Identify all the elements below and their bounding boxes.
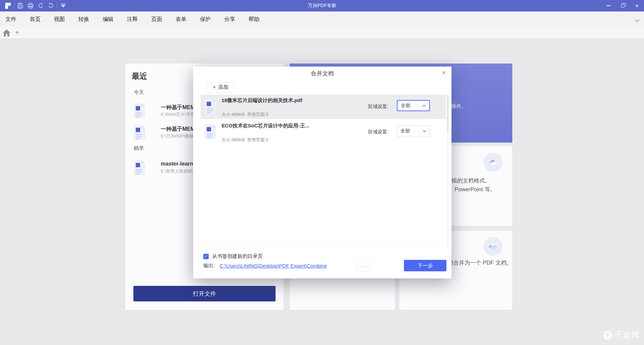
- dialog-title: 合并文档: [193, 70, 452, 77]
- range-select-value: 全部: [401, 128, 410, 134]
- print-icon[interactable]: [25, 1, 35, 10]
- toolbar-dropdown-icon[interactable]: [58, 1, 68, 10]
- app-window: 万兴PDF专家 ✕ 文件 首页 视图 转换 编辑 注释 页面 表单 保护 分享 …: [0, 0, 644, 345]
- site-watermark: 千 千篇网: [603, 330, 639, 340]
- menu-convert[interactable]: 转换: [78, 16, 89, 23]
- undo-icon[interactable]: [35, 1, 46, 10]
- recent-file-path: E:\世界人民的机密\: [161, 168, 198, 174]
- merge-file-name: 18微米芯片后端设计的相关技术.pdf: [222, 97, 302, 104]
- watermark-logo-icon: 千: [603, 331, 612, 340]
- card-text-fragment: 档合并为一个 PDF 文档。: [448, 259, 512, 267]
- close-icon: ✕: [442, 70, 446, 76]
- browse-button[interactable]: ...: [356, 260, 370, 271]
- document-icon: [133, 125, 146, 140]
- dialog-close-button[interactable]: ✕: [440, 69, 447, 76]
- merge-file-row[interactable]: ECO技术在SoC芯片设计中的应用-王... 大小:365KB 所有页面:5 区…: [201, 120, 446, 144]
- range-select-value: 全部: [401, 103, 410, 109]
- menu-home[interactable]: 首页: [30, 16, 41, 23]
- menu-form[interactable]: 表单: [176, 16, 186, 23]
- menu-comment[interactable]: 注释: [127, 16, 138, 23]
- tab-bar: +: [0, 27, 644, 39]
- save-icon[interactable]: [15, 1, 25, 10]
- card-text-fragment: PowerPoint 等。: [455, 186, 496, 193]
- toc-checkbox-row[interactable]: ✓ 从书签创建新的目录页: [203, 253, 263, 260]
- menu-file[interactable]: 文件: [5, 16, 16, 23]
- output-path-link[interactable]: C:\Users\LINING\Desktop\PDF Expert\Combi…: [220, 263, 327, 269]
- home-icon: [3, 29, 10, 36]
- minimize-icon: [607, 5, 611, 6]
- open-file-button[interactable]: 打开文件: [133, 286, 276, 301]
- toolbar-separator: [57, 3, 57, 8]
- redo-icon[interactable]: [46, 1, 56, 10]
- chevron-down-icon: [422, 105, 426, 107]
- menu-share[interactable]: 分享: [224, 16, 235, 23]
- range-select[interactable]: 全部: [397, 125, 430, 137]
- window-title: 万兴PDF专家: [0, 0, 644, 11]
- toolbar-separator: [14, 3, 14, 8]
- checkbox-checked-icon[interactable]: ✓: [203, 254, 209, 259]
- plus-icon: +: [213, 84, 216, 90]
- toc-checkbox-label: 从书签创建新的目录页: [212, 253, 263, 260]
- restore-icon: [621, 4, 624, 7]
- document-icon: [133, 103, 146, 118]
- merge-dialog: 合并文档 ✕ + 添加 18微米芯片后端设计的相关技术.pdf 大小:406KB…: [193, 67, 452, 278]
- menu-page[interactable]: 页面: [151, 16, 162, 23]
- combine-illustration-icon: [484, 237, 503, 256]
- menu-edit[interactable]: 编辑: [103, 16, 113, 23]
- merge-file-meta: 大小:365KB 所有页面:5: [222, 137, 268, 143]
- home-tab[interactable]: [3, 29, 10, 36]
- range-setting-label: 区域设置:: [368, 104, 388, 110]
- new-tab-button[interactable]: +: [15, 29, 19, 36]
- output-label: 输出:: [203, 263, 215, 269]
- recent-group-today: 今天: [134, 89, 144, 96]
- merge-file-name: ECO技术在SoC芯片设计中的应用-王...: [222, 123, 309, 129]
- document-icon: [133, 160, 146, 175]
- dialog-divider: [193, 248, 452, 248]
- next-step-button[interactable]: 下一步: [404, 260, 446, 271]
- card-text-fragment: 辑的文档格式,: [452, 177, 487, 184]
- output-row: 输出: C:\Users\LINING\Desktop\PDF Expert\C…: [203, 263, 327, 269]
- restore-button[interactable]: [616, 0, 630, 11]
- document-icon: [205, 99, 216, 114]
- recent-title: 最近: [132, 71, 147, 81]
- add-button-label: 添加: [218, 84, 228, 91]
- banner-text-fragment: 操作。: [451, 103, 466, 109]
- dialog-scrollbar[interactable]: [447, 95, 449, 247]
- chevron-down-icon: [423, 130, 426, 132]
- convert-illustration-icon: [484, 153, 503, 172]
- collapse-ribbon-chevron-icon[interactable]: [635, 18, 640, 21]
- add-file-button[interactable]: + 添加: [207, 82, 234, 93]
- document-icon: [205, 124, 216, 139]
- menu-protect[interactable]: 保护: [200, 16, 211, 23]
- menu-view[interactable]: 视图: [54, 16, 65, 23]
- title-bar: 万兴PDF专家 ✕: [0, 0, 644, 11]
- recent-group-earlier: 稍早: [134, 145, 144, 152]
- range-select[interactable]: 全部: [397, 100, 430, 111]
- merge-file-meta: 大小:406KB 所有页面:5: [222, 112, 268, 118]
- range-setting-label: 区域设置:: [368, 129, 388, 135]
- close-icon: ✕: [635, 3, 639, 8]
- banner-text-fragment: 、: [453, 97, 458, 103]
- menu-bar: 文件 首页 视图 转换 编辑 注释 页面 表单 保护 分享 帮助: [0, 11, 644, 27]
- app-logo-icon: [3, 1, 13, 10]
- close-button[interactable]: ✕: [630, 0, 644, 11]
- menu-help[interactable]: 帮助: [249, 16, 259, 23]
- minimize-button[interactable]: [601, 0, 616, 11]
- watermark-text: 千篇网: [615, 330, 639, 340]
- merge-file-row[interactable]: 18微米芯片后端设计的相关技术.pdf 大小:406KB 所有页面:5 区域设置…: [201, 95, 446, 119]
